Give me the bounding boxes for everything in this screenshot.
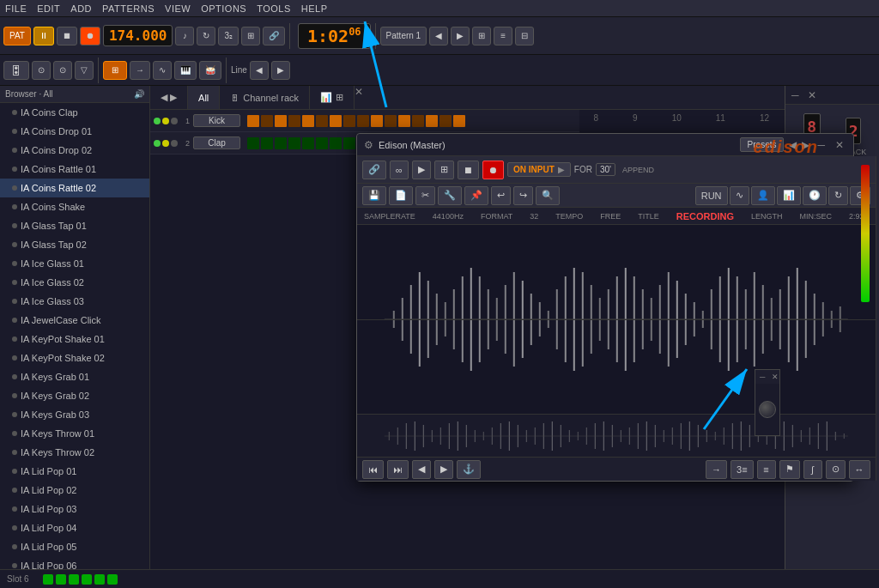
pad[interactable] xyxy=(302,115,314,127)
stop-button[interactable]: ⏹ xyxy=(57,27,77,45)
ed-prev-icon[interactable]: ⏮ xyxy=(362,460,384,479)
pad[interactable] xyxy=(453,115,465,127)
sidebar-item-coins-shake[interactable]: IA Coins Shake xyxy=(0,197,149,216)
pad[interactable] xyxy=(426,115,438,127)
waveform-area[interactable] xyxy=(357,225,876,414)
pad[interactable] xyxy=(247,137,259,149)
drum-icon[interactable]: 🥁 xyxy=(199,61,221,80)
pad[interactable] xyxy=(412,115,424,127)
ed-step-icon[interactable]: 3≡ xyxy=(730,460,754,479)
ed-wave-icon[interactable]: ∿ xyxy=(730,186,749,205)
ed-refresh-icon[interactable]: ↻ xyxy=(828,186,848,205)
ed-nav-right[interactable]: ▶ xyxy=(434,460,453,479)
pause-button[interactable]: ⏸ xyxy=(33,27,54,45)
tab-piano[interactable]: 📊 ⊞ xyxy=(310,86,355,109)
bpm-display[interactable]: 174.000 xyxy=(103,25,173,46)
pattern-nav-right[interactable]: ▶ xyxy=(451,27,470,45)
pad[interactable] xyxy=(398,115,410,127)
menu-add[interactable]: ADD xyxy=(70,3,92,14)
sidebar-item-keypot-shake01[interactable]: IA KeyPot Shake 01 xyxy=(0,330,149,349)
pad[interactable] xyxy=(247,115,259,127)
ed-people-icon[interactable]: 👤 xyxy=(751,186,775,205)
plugin-minimize-btn[interactable]: ─ xyxy=(789,89,802,101)
tab-all[interactable]: All xyxy=(188,86,220,109)
sidebar-item-coins-rattle02[interactable]: IA Coins Rattle 02 xyxy=(0,179,149,197)
sidebar-item-jewelcase[interactable]: IA JewelCase Click xyxy=(0,311,149,330)
ed-clock-icon[interactable]: 🕐 xyxy=(803,186,827,205)
sidebar-item-keys-grab02[interactable]: IA Keys Grab 02 xyxy=(0,386,149,405)
line-nav-left[interactable]: ◀ xyxy=(250,61,269,80)
sidebar-item-lid-pop01[interactable]: IA Lid Pop 01 xyxy=(0,462,149,481)
ed-zoom-icon[interactable]: 🔍 xyxy=(536,186,560,205)
pad[interactable] xyxy=(330,115,342,127)
ed-magnet-icon[interactable]: ⊙ xyxy=(826,460,846,479)
pad[interactable] xyxy=(385,115,397,127)
close-button[interactable]: ✕ xyxy=(833,139,846,151)
sidebar-item-lid-pop05[interactable]: IA Lid Pop 05 xyxy=(0,537,149,556)
ed-link-icon[interactable]: 🔗 xyxy=(362,161,386,179)
wave-icon[interactable]: ∿ xyxy=(153,61,172,80)
ed-new-icon[interactable]: 📄 xyxy=(389,186,413,205)
sidebar-item-keys-throw02[interactable]: IA Keys Throw 02 xyxy=(0,443,149,462)
float-mini-close[interactable]: ✕ xyxy=(769,373,781,381)
menu-help[interactable]: HELP xyxy=(301,3,328,14)
sidebar-item-keys-grab01[interactable]: IA Keys Grab 01 xyxy=(0,367,149,386)
line-nav-right[interactable]: ▶ xyxy=(271,61,290,80)
pattern-grid-icon[interactable]: ⊞ xyxy=(472,27,491,45)
record-button[interactable]: ⏺ xyxy=(80,27,100,45)
ed-save-icon[interactable]: 💾 xyxy=(362,186,386,205)
pad[interactable] xyxy=(343,137,355,149)
pat-button[interactable]: PAT xyxy=(3,27,31,45)
ed-flag-icon[interactable]: ⚑ xyxy=(779,460,800,479)
ed-pattern-icon[interactable]: ⊞ xyxy=(434,161,454,179)
pad[interactable] xyxy=(261,137,273,149)
ed-arrow-loop-icon[interactable]: ↔ xyxy=(849,460,870,479)
channel-1-name[interactable]: Kick xyxy=(193,114,240,127)
float-mini-min[interactable]: ─ xyxy=(757,373,767,381)
tab-nav-left[interactable]: ◀ ▶ xyxy=(150,86,188,109)
pad[interactable] xyxy=(275,137,287,149)
ed-curve-icon[interactable]: ∫ xyxy=(803,460,822,479)
sidebar-item-keys-throw01[interactable]: IA Keys Throw 01 xyxy=(0,424,149,443)
menu-options[interactable]: OPTIONS xyxy=(201,3,246,14)
ed-start-icon[interactable]: ⏭ xyxy=(387,460,409,479)
pad[interactable] xyxy=(275,115,287,127)
pad[interactable] xyxy=(316,115,328,127)
ed-cut-icon[interactable]: ✂ xyxy=(415,186,435,205)
sidebar-item-coins-drop01[interactable]: IA Coins Drop 01 xyxy=(0,122,149,141)
sidebar-speaker-icon[interactable]: 🔊 xyxy=(134,89,144,99)
sidebar-item-coins-rattle01[interactable]: IA Coins Rattle 01 xyxy=(0,160,149,179)
piano-icon[interactable]: 🎹 xyxy=(174,61,197,80)
sidebar-item-keypot-shake02[interactable]: IA KeyPot Shake 02 xyxy=(0,349,149,367)
for-value[interactable]: 30' xyxy=(596,163,615,176)
metronome-icon[interactable]: ♪ xyxy=(175,27,194,45)
ed-bar-icon[interactable]: 📊 xyxy=(777,186,801,205)
ed-loop-icon[interactable]: ∞ xyxy=(390,161,409,179)
pad[interactable] xyxy=(261,115,273,127)
ed-undo-icon[interactable]: ↩ xyxy=(491,186,511,205)
mixer-icon[interactable]: 🎛 xyxy=(3,61,29,80)
pad[interactable] xyxy=(343,115,355,127)
ed-stop-icon[interactable]: ⏹ xyxy=(458,161,479,179)
pad[interactable] xyxy=(330,137,342,149)
ed-wrench-icon[interactable]: 🔧 xyxy=(438,186,462,205)
arrow-right-icon[interactable]: → xyxy=(130,61,150,80)
sidebar-item-coins-drop02[interactable]: IA Coins Drop 02 xyxy=(0,141,149,160)
ed-play-icon[interactable]: ▶ xyxy=(412,161,431,179)
menu-patterns[interactable]: PATTERNS xyxy=(102,3,155,14)
sidebar-item-keys-grab03[interactable]: IA Keys Grab 03 xyxy=(0,405,149,424)
menu-edit[interactable]: EDIT xyxy=(37,3,60,14)
ed-arrow-right2-icon[interactable]: → xyxy=(706,460,727,479)
pad[interactable] xyxy=(288,137,300,149)
menu-view[interactable]: VIEW xyxy=(165,3,191,14)
mini-waveform[interactable] xyxy=(357,414,876,457)
sidebar-item-glass-tap01[interactable]: IA Glass Tap 01 xyxy=(0,216,149,235)
ed-anchor-icon[interactable]: ⚓ xyxy=(457,460,481,479)
sidebar-item-coins-clap[interactable]: IA Coins Clap xyxy=(0,103,149,122)
ed-nav-left[interactable]: ◀ xyxy=(412,460,431,479)
sidebar-item-lid-pop04[interactable]: IA Lid Pop 04 xyxy=(0,518,149,537)
pattern-extra-icon[interactable]: ⊟ xyxy=(515,27,534,45)
sidebar-item-ice-glass01[interactable]: IA Ice Glass 01 xyxy=(0,254,149,273)
channel-rack-btn[interactable]: ⊞ xyxy=(103,61,127,80)
pattern-list-icon[interactable]: ≡ xyxy=(494,27,512,45)
